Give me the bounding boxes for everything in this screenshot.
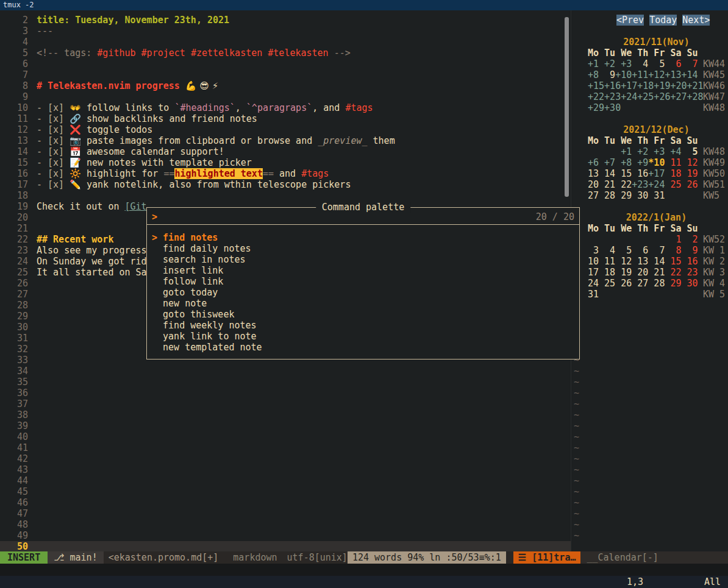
calendar-next-button[interactable]: Next> bbox=[682, 15, 710, 26]
editor-line[interactable]: 38 bbox=[0, 409, 571, 420]
calendar-days[interactable]: 27 28 29 30 31 bbox=[588, 190, 703, 201]
palette-item[interactable]: search in notes bbox=[152, 254, 579, 265]
calendar-week-row[interactable]: 20 21 22+23+24 25 26KW51 bbox=[588, 179, 725, 190]
calendar-days[interactable]: 10 11 12 13 14 15 16 bbox=[588, 256, 703, 267]
editor-line[interactable]: 40 bbox=[0, 431, 571, 442]
calendar-week-row[interactable]: +6 +7 +8 +9*10 11 12KW49 bbox=[588, 157, 725, 168]
command-line[interactable]: :lua require('telekasten').panel() bbox=[0, 564, 728, 576]
calendar-week-row[interactable]: 17 18 19 20 21 22 23KW 3 bbox=[588, 267, 725, 278]
calendar-today-button[interactable]: Today bbox=[649, 15, 677, 26]
calendar-days[interactable]: 24 25 26 27 28 29 30 bbox=[588, 278, 703, 289]
palette-item[interactable]: yank link to note bbox=[152, 331, 579, 342]
editor-line[interactable]: 15- [x] 📝 new notes with template picker bbox=[0, 157, 571, 168]
editor-line[interactable]: 41 bbox=[0, 442, 571, 453]
editor-line[interactable]: 44 bbox=[0, 475, 571, 486]
calendar-days[interactable]: 31 bbox=[588, 289, 703, 300]
editor-line[interactable]: 6 bbox=[0, 58, 571, 69]
editor-line[interactable]: 50 bbox=[0, 541, 571, 551]
calendar-week-row[interactable]: +8 9+10+11+12+13+14KW45 bbox=[588, 69, 725, 80]
calendar-days[interactable]: 17 18 19 20 21 22 23 bbox=[588, 267, 703, 278]
line-number: 36 bbox=[0, 388, 28, 398]
editor-line[interactable]: 5<!-- tags: #github #project #zettelkast… bbox=[0, 48, 571, 58]
empty-line-tilde: ~ bbox=[571, 519, 728, 530]
editor-line[interactable]: 47 bbox=[0, 508, 571, 519]
editor-line[interactable]: 35 bbox=[0, 377, 571, 388]
line-number: 16 bbox=[0, 168, 28, 179]
calendar-days[interactable]: +1 +2 +3 4 5 6 7 bbox=[588, 58, 703, 69]
calendar-week-row[interactable]: 10 11 12 13 14 15 16KW 2 bbox=[588, 256, 725, 267]
calendar-days[interactable]: 20 21 22+23+24 25 26 bbox=[588, 179, 703, 190]
editor-line[interactable]: 11- [x] 🔗 show backlinks and friend note… bbox=[0, 113, 571, 124]
calendar-week-row[interactable]: 13 14 15 16+17 18 19KW50 bbox=[588, 168, 725, 179]
editor-line[interactable]: 3--- bbox=[0, 26, 571, 37]
calendar-days[interactable]: 13 14 15 16+17 18 19 bbox=[588, 168, 703, 179]
editor-line[interactable]: 9 bbox=[0, 91, 571, 102]
calendar-week-row[interactable]: +22+23+24+25+26+27+28KW47 bbox=[588, 91, 725, 102]
editor-line[interactable]: 36 bbox=[0, 388, 571, 398]
calendar-days[interactable]: 1 2 bbox=[588, 234, 703, 245]
palette-item[interactable]: find weekly notes bbox=[152, 320, 579, 331]
editor-line[interactable]: 34 bbox=[0, 366, 571, 377]
editor-line[interactable]: 42 bbox=[0, 453, 571, 464]
line-content: Check it out on [Git bbox=[37, 201, 147, 212]
calendar-days[interactable]: +6 +7 +8 +9*10 11 12 bbox=[588, 157, 703, 168]
editor-line[interactable]: 48 bbox=[0, 519, 571, 530]
text-segment: +15+16+17+18+19+20+21 bbox=[588, 80, 704, 91]
calendar-week-row[interactable]: +15+16+17+18+19+20+21KW46 bbox=[588, 80, 725, 91]
calendar-days[interactable]: 3 4 5 6 7 8 9 bbox=[588, 245, 703, 256]
editor-line[interactable]: 45 bbox=[0, 486, 571, 497]
empty-line-tilde: ~ bbox=[571, 453, 728, 464]
line-content: Also see my progress bbox=[37, 245, 147, 256]
calendar-days[interactable]: +22+23+24+25+26+27+28 bbox=[588, 91, 703, 102]
calendar-week-row[interactable]: +1 +2 +3 4 5 6 7KW44 bbox=[588, 58, 725, 69]
editor-line[interactable]: 10- [x] 👐 follow links to `#headings`, `… bbox=[0, 102, 571, 113]
editor-line[interactable]: 13- [x] 📷 paste images from clipboard or… bbox=[0, 135, 571, 146]
calendar-days[interactable]: +1 +2 +3 +4 5 bbox=[588, 146, 703, 157]
text-segment: - [x] bbox=[37, 146, 70, 157]
editor-line[interactable]: 14- [x] 📅 awesome calendar support! bbox=[0, 146, 571, 157]
line-number: 24 bbox=[0, 256, 28, 267]
palette-item[interactable]: goto thisweek bbox=[152, 309, 579, 320]
editor-line[interactable]: 49 bbox=[0, 530, 571, 541]
calendar-week-row[interactable]: +29+30KW48 bbox=[588, 102, 725, 113]
empty-line-tilde: ~ bbox=[571, 497, 728, 508]
editor-line[interactable]: 7 bbox=[0, 69, 571, 80]
palette-item[interactable]: find daily notes bbox=[152, 243, 579, 254]
editor-line[interactable]: 16- [x] 🔆 highlight for ==highlighted te… bbox=[0, 168, 571, 179]
calendar-week-row[interactable]: +1 +2 +3 +4 5KW48 bbox=[588, 146, 725, 157]
calendar-prev-button[interactable]: <Prev bbox=[616, 15, 644, 26]
editor-line[interactable]: 39 bbox=[0, 420, 571, 431]
calendar-days[interactable]: +15+16+17+18+19+20+21 bbox=[588, 80, 703, 91]
palette-item[interactable]: follow link bbox=[152, 276, 579, 287]
screen: tmux -2 2title: Tuesday, November 23th, … bbox=[0, 0, 728, 588]
editor-line[interactable]: 12- [x] ❌ toggle todos bbox=[0, 124, 571, 135]
palette-item[interactable]: new note bbox=[152, 298, 579, 309]
week-number: KW 3 bbox=[703, 267, 725, 278]
palette-item[interactable]: insert link bbox=[152, 265, 579, 276]
calendar-days[interactable]: +8 9+10+11+12+13+14 bbox=[588, 69, 703, 80]
editor-line[interactable]: 18 bbox=[0, 190, 571, 201]
calendar-week-row[interactable]: 27 28 29 30 31KW5 bbox=[588, 190, 725, 201]
line-number: 23 bbox=[0, 245, 28, 256]
calendar-week-row[interactable]: 31KW 5 bbox=[588, 289, 725, 300]
palette-item[interactable]: > find notes bbox=[152, 232, 579, 243]
text-segment: #tags bbox=[345, 102, 373, 113]
calendar-days[interactable]: +29+30 bbox=[588, 102, 703, 113]
line-number: 20 bbox=[0, 212, 28, 223]
editor-line[interactable]: 46 bbox=[0, 497, 571, 508]
calendar-week-row[interactable]: 24 25 26 27 28 29 30KW 4 bbox=[588, 278, 725, 289]
week-number: KW48 bbox=[703, 102, 725, 113]
calendar-week-row[interactable]: 1 2KW52 bbox=[588, 234, 725, 245]
editor-line[interactable]: 43 bbox=[0, 464, 571, 475]
editor-line[interactable]: 37 bbox=[0, 398, 571, 409]
palette-item[interactable]: goto today bbox=[152, 287, 579, 298]
editor-line[interactable]: 4 bbox=[0, 37, 571, 48]
editor-line[interactable]: 8# Telekasten.nvim progress 💪 😎 ⚡ bbox=[0, 80, 571, 91]
editor-line[interactable]: 17- [x] ✏️ yank notelink, also from wthi… bbox=[0, 179, 571, 190]
calendar-week-row[interactable]: 3 4 5 6 7 8 9KW 1 bbox=[588, 245, 725, 256]
palette-item[interactable]: new templated note bbox=[152, 342, 579, 353]
scrollbar-thumb[interactable] bbox=[565, 17, 569, 197]
editor-line[interactable]: 2title: Tuesday, November 23th, 2021 bbox=[0, 15, 571, 26]
text-segment: 17 18 19 20 21 bbox=[588, 267, 665, 278]
week-number: KW50 bbox=[703, 168, 725, 179]
